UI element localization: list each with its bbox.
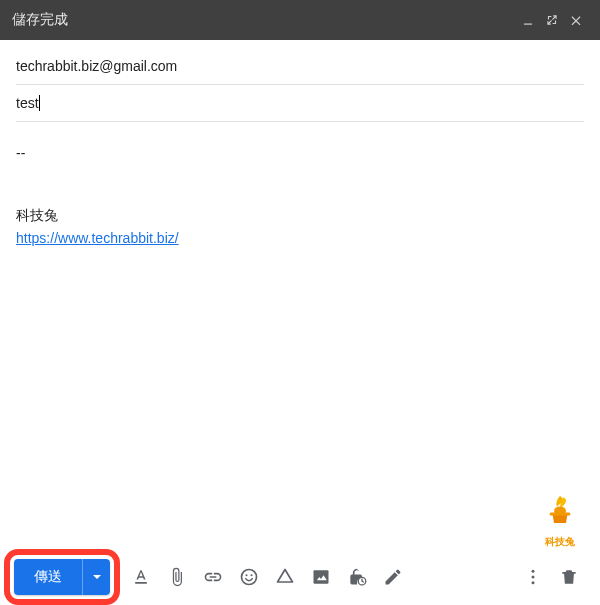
emoji-icon xyxy=(239,567,259,587)
pen-icon xyxy=(383,567,403,587)
caret-down-icon xyxy=(92,572,102,582)
signature-name: 科技兔 xyxy=(16,204,584,226)
svg-point-4 xyxy=(246,574,248,576)
compose-fields: techrabbit.biz@gmail.com test xyxy=(0,40,600,122)
signature-separator: -- xyxy=(16,142,584,164)
svg-point-8 xyxy=(532,570,535,573)
insert-link-button[interactable] xyxy=(196,560,230,594)
expand-icon xyxy=(545,13,559,27)
trash-icon xyxy=(559,567,579,587)
minimize-button[interactable] xyxy=(516,8,540,32)
to-field[interactable]: techrabbit.biz@gmail.com xyxy=(16,48,584,85)
compose-body[interactable]: -- 科技兔 https://www.techrabbit.biz/ xyxy=(0,122,600,549)
svg-point-10 xyxy=(532,581,535,584)
discard-draft-button[interactable] xyxy=(552,560,586,594)
signature-link[interactable]: https://www.techrabbit.biz/ xyxy=(16,230,179,246)
image-icon xyxy=(311,567,331,587)
svg-rect-6 xyxy=(314,570,329,583)
send-options-button[interactable] xyxy=(82,559,110,595)
drive-icon xyxy=(275,567,295,587)
to-value: techrabbit.biz@gmail.com xyxy=(16,58,177,74)
more-options-button[interactable] xyxy=(516,560,550,594)
svg-rect-2 xyxy=(550,513,571,516)
paperclip-icon xyxy=(167,567,187,587)
svg-point-5 xyxy=(251,574,253,576)
more-vert-icon xyxy=(523,567,543,587)
close-button[interactable] xyxy=(564,8,588,32)
insert-photo-button[interactable] xyxy=(304,560,338,594)
attach-button[interactable] xyxy=(160,560,194,594)
confidential-mode-button[interactable] xyxy=(340,560,374,594)
svg-point-3 xyxy=(242,570,257,585)
lock-clock-icon xyxy=(347,567,367,587)
brand-logo: 科技兔 xyxy=(536,493,584,549)
minimize-icon xyxy=(521,13,535,27)
send-button[interactable]: 傳送 xyxy=(14,559,82,595)
insert-drive-button[interactable] xyxy=(268,560,302,594)
svg-rect-0 xyxy=(524,24,532,25)
logo-text: 科技兔 xyxy=(536,535,584,549)
rabbit-hat-icon xyxy=(542,493,578,529)
fullscreen-button[interactable] xyxy=(540,8,564,32)
subject-field[interactable]: test xyxy=(16,85,584,122)
text-format-icon xyxy=(131,567,151,587)
header-title: 儲存完成 xyxy=(12,11,516,29)
close-icon xyxy=(569,13,583,27)
text-cursor xyxy=(39,95,40,111)
compose-toolbar: 傳送 xyxy=(0,549,600,605)
insert-signature-button[interactable] xyxy=(376,560,410,594)
svg-point-9 xyxy=(532,576,535,579)
formatting-button[interactable] xyxy=(124,560,158,594)
compose-header: 儲存完成 xyxy=(0,0,600,40)
send-button-group: 傳送 xyxy=(14,559,110,595)
compose-window: 儲存完成 techrabbit.biz@gmail.com test -- 科技… xyxy=(0,0,600,605)
link-icon xyxy=(203,567,223,587)
insert-emoji-button[interactable] xyxy=(232,560,266,594)
subject-value: test xyxy=(16,95,39,111)
